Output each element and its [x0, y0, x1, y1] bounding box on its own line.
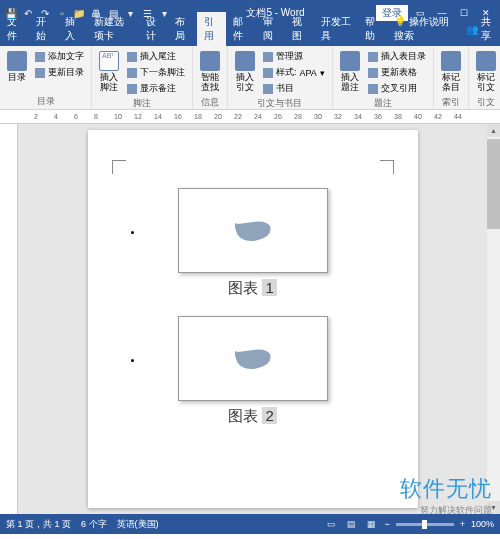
toc-icon	[7, 51, 27, 71]
open-icon[interactable]: 📁	[72, 6, 86, 20]
next-icon	[127, 68, 137, 78]
show-icon	[127, 84, 137, 94]
group-citation: 插入引文 管理源 样式: APA ▾ 书目 引文与书目	[228, 46, 333, 109]
zoom-thumb[interactable]	[422, 520, 427, 529]
document-page[interactable]: 图表 1 图表 2	[88, 130, 418, 508]
toc-button[interactable]: 目录	[5, 49, 29, 85]
shape-1[interactable]	[228, 216, 278, 246]
scroll-thumb[interactable]	[487, 139, 500, 229]
group-toc: 目录 添加文字 更新目录 目录	[0, 46, 92, 109]
horizontal-ruler[interactable]: 2468101214161820222426283032343638404244	[0, 110, 500, 124]
lookup-icon	[200, 51, 220, 71]
tell-me[interactable]: 💡 操作说明搜索	[387, 12, 457, 46]
group-index: 标记 条目 索引	[434, 46, 469, 109]
group-caption: 插入题注 插入表目录 更新表格 交叉引用 题注	[333, 46, 434, 109]
group-footnote: AB¹插入脚注 插入尾注 下一条脚注 显示备注 脚注	[92, 46, 193, 109]
scroll-track[interactable]	[487, 137, 500, 501]
caption-2[interactable]: 图表 2	[118, 407, 388, 426]
qat-custom-icon[interactable]: ▾	[157, 6, 171, 20]
vertical-ruler[interactable]	[0, 124, 18, 514]
update-tof-button[interactable]: 更新表格	[366, 65, 428, 80]
style-dropdown[interactable]: 样式: APA ▾	[261, 65, 327, 80]
biblio-icon	[263, 84, 273, 94]
shape-2[interactable]	[228, 344, 278, 374]
figure-2-canvas[interactable]	[178, 316, 328, 401]
insert-footnote-button[interactable]: AB¹插入脚注	[97, 49, 121, 95]
margin-corner-tl	[112, 160, 126, 174]
tab-layout[interactable]: 布局	[168, 12, 197, 46]
zoom-level[interactable]: 100%	[471, 519, 494, 529]
scroll-up-icon[interactable]: ▲	[487, 124, 500, 137]
add-text-button[interactable]: 添加文字	[33, 49, 86, 64]
tof-icon	[368, 52, 378, 62]
tab-review[interactable]: 审阅	[256, 12, 285, 46]
next-footnote-button[interactable]: 下一条脚注	[125, 65, 187, 80]
margin-corner-tr	[380, 160, 394, 174]
index-icon	[441, 51, 461, 71]
tab-help[interactable]: 帮助	[358, 12, 387, 46]
zoom-in-icon[interactable]: +	[460, 519, 465, 529]
tab-view[interactable]: 视图	[285, 12, 314, 46]
caption-1[interactable]: 图表 1	[118, 279, 388, 298]
new-icon[interactable]: ▫	[55, 6, 69, 20]
document-area: 图表 1 图表 2 ▲ ▼	[0, 124, 500, 514]
bullet-icon	[131, 231, 134, 234]
mark-entry-button[interactable]: 标记 条目	[439, 49, 463, 95]
share-button[interactable]: 👥共享	[458, 12, 500, 46]
mark-citation-button[interactable]: 标记引文	[474, 49, 498, 95]
insert-endnote-button[interactable]: 插入尾注	[125, 49, 187, 64]
preview-icon[interactable]: ▤	[106, 6, 120, 20]
bullet-icon	[131, 359, 134, 362]
figure-1: 图表 1	[118, 188, 388, 298]
update-tof-icon	[368, 68, 378, 78]
citation-icon	[235, 51, 255, 71]
watermark: 软件无忧 努力解决软件问题	[400, 474, 492, 517]
endnote-icon	[127, 52, 137, 62]
status-bar: 第 1 页，共 1 页 6 个字 英语(美国) ▭ ▤ ▦ − + 100%	[0, 514, 500, 534]
save-icon[interactable]: 💾	[4, 6, 18, 20]
touch-mode-icon[interactable]: ☰	[140, 6, 154, 20]
field-number: 2	[262, 407, 276, 424]
vertical-scrollbar[interactable]: ▲ ▼	[487, 124, 500, 514]
zoom-out-icon[interactable]: −	[384, 519, 389, 529]
toa-icon	[476, 51, 496, 71]
smart-lookup-button[interactable]: 智能 查找	[198, 49, 222, 95]
insert-tof-button[interactable]: 插入表目录	[366, 49, 428, 64]
web-layout-icon[interactable]: ▦	[364, 517, 378, 531]
read-mode-icon[interactable]: ▭	[324, 517, 338, 531]
undo-icon[interactable]: ↶	[21, 6, 35, 20]
footnote-icon: AB¹	[99, 51, 119, 71]
share-icon: 👥	[466, 24, 478, 35]
ribbon: 目录 添加文字 更新目录 目录 AB¹插入脚注 插入尾注 下一条脚注 显示备注 …	[0, 46, 500, 110]
ribbon-tabs: 文件 开始 插入 新建选项卡 设计 布局 引用 邮件 审阅 视图 开发工具 帮助…	[0, 26, 500, 46]
add-text-icon	[35, 52, 45, 62]
manage-icon	[263, 52, 273, 62]
group-toa: 标记引文 引文目录	[469, 46, 500, 109]
update-icon	[35, 68, 45, 78]
tab-references[interactable]: 引用	[197, 12, 226, 46]
manage-sources-button[interactable]: 管理源	[261, 49, 327, 64]
style-icon	[263, 68, 273, 78]
print-icon[interactable]: 🖶	[89, 6, 103, 20]
insert-caption-button[interactable]: 插入题注	[338, 49, 362, 95]
show-notes-button[interactable]: 显示备注	[125, 81, 187, 96]
tab-mail[interactable]: 邮件	[226, 12, 255, 46]
zoom-slider[interactable]	[396, 523, 454, 526]
caption-icon	[340, 51, 360, 71]
tab-dev[interactable]: 开发工具	[314, 12, 358, 46]
figure-2: 图表 2	[118, 316, 388, 426]
language-indicator[interactable]: 英语(美国)	[117, 518, 159, 531]
redo-icon[interactable]: ↷	[38, 6, 52, 20]
word-count[interactable]: 6 个字	[81, 518, 107, 531]
print-layout-icon[interactable]: ▤	[344, 517, 358, 531]
bibliography-button[interactable]: 书目	[261, 81, 327, 96]
qat-more-icon[interactable]: ▾	[123, 6, 137, 20]
cross-ref-button[interactable]: 交叉引用	[366, 81, 428, 96]
group-lookup: 智能 查找 信息检索	[193, 46, 228, 109]
insert-citation-button[interactable]: 插入引文	[233, 49, 257, 95]
xref-icon	[368, 84, 378, 94]
field-number: 1	[262, 279, 276, 296]
update-toc-button[interactable]: 更新目录	[33, 65, 86, 80]
figure-1-canvas[interactable]	[178, 188, 328, 273]
page-indicator[interactable]: 第 1 页，共 1 页	[6, 518, 71, 531]
